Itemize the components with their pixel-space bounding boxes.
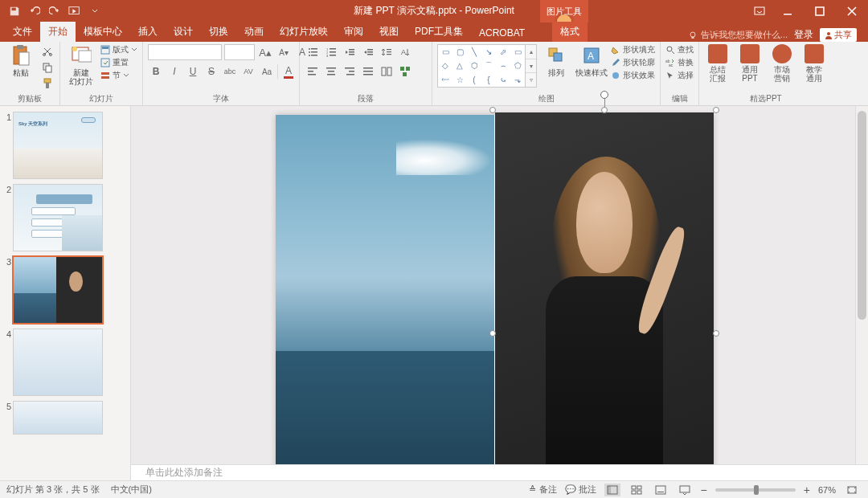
zoom-level[interactable]: 67% (818, 485, 836, 495)
align-left-icon[interactable] (305, 63, 321, 80)
font-name-input[interactable] (148, 44, 222, 60)
line-spacing-icon[interactable] (379, 44, 395, 60)
char-spacing-button[interactable]: AV (240, 63, 256, 80)
tab-slideshow[interactable]: 幻灯片放映 (272, 22, 336, 42)
shapes-gallery-more[interactable]: ▴▾▿ (526, 44, 537, 88)
zoom-out-button[interactable]: − (701, 484, 707, 496)
notes-toggle[interactable]: ≙ 备注 (529, 484, 556, 496)
tell-me-input[interactable]: 告诉我您想要做什么... (688, 29, 788, 41)
sorter-view-icon[interactable] (628, 484, 645, 496)
tab-insert[interactable]: 插入 (130, 22, 166, 42)
quick-styles-button[interactable]: A 快速样式 (575, 44, 608, 77)
ppt-marketing-button[interactable]: 市场 营销 (768, 44, 796, 83)
format-painter-icon[interactable] (40, 76, 55, 91)
align-right-icon[interactable] (342, 63, 358, 80)
thumb-preview[interactable] (14, 402, 102, 434)
shape-effects-button[interactable]: 形状效果 (611, 70, 655, 81)
reading-view-icon[interactable] (653, 484, 669, 496)
maximize-button[interactable] (804, 0, 836, 22)
resize-handle-ml[interactable] (489, 330, 496, 337)
tab-template[interactable]: 模板中心 (76, 22, 130, 42)
underline-button[interactable]: U (185, 63, 201, 80)
shapes-gallery[interactable]: ▭▢╲↘⬀▭ ◇△⬡⌒⌢⬠ ⬳☆({⤿⬎ (437, 44, 526, 88)
tab-pdftools[interactable]: PDF工具集 (407, 22, 471, 42)
arrange-button[interactable]: 排列 (540, 44, 572, 77)
sea-image[interactable] (276, 115, 494, 498)
ppt-general-button[interactable]: 通用 PPT (736, 44, 764, 83)
paste-button[interactable]: 粘贴 (5, 44, 37, 77)
zoom-slider[interactable] (715, 488, 796, 492)
undo-icon[interactable] (25, 2, 44, 21)
ppt-summary-button[interactable]: 总结 汇报 (704, 44, 731, 83)
justify-icon[interactable] (360, 63, 376, 80)
notes-pane[interactable]: 单击此处添加备注 (131, 464, 868, 480)
shape-outline-button[interactable]: 形状轮廓 (611, 57, 655, 68)
grow-font-icon[interactable]: A▴ (257, 44, 273, 60)
italic-button[interactable]: I (166, 63, 182, 80)
selected-picture[interactable] (493, 110, 716, 498)
bold-button[interactable]: B (148, 63, 164, 80)
thumb-preview[interactable] (14, 257, 102, 323)
copy-icon[interactable] (40, 60, 55, 75)
normal-view-icon[interactable] (604, 484, 620, 496)
shape-fill-button[interactable]: 形状填充 (611, 44, 655, 55)
portrait-image[interactable] (495, 112, 714, 498)
decrease-indent-icon[interactable] (342, 44, 358, 60)
language-indicator[interactable]: 中文(中国) (111, 484, 152, 496)
replace-button[interactable]: abac替换 (665, 57, 694, 68)
columns-icon[interactable] (379, 63, 395, 80)
find-button[interactable]: 查找 (665, 44, 694, 55)
ppt-teaching-button[interactable]: 教学 通用 (800, 44, 828, 83)
zoom-in-button[interactable]: + (804, 484, 810, 496)
cut-icon[interactable] (40, 44, 55, 59)
tab-design[interactable]: 设计 (166, 22, 201, 42)
tab-view[interactable]: 视图 (371, 22, 407, 42)
select-button[interactable]: 选择 (665, 70, 694, 81)
start-from-beginning-icon[interactable] (65, 2, 84, 21)
thumb-preview[interactable]: Sky 天空系列 (14, 112, 102, 178)
resize-handle-tr[interactable] (713, 107, 719, 113)
align-center-icon[interactable] (323, 63, 339, 80)
strike-button[interactable]: S (203, 63, 219, 80)
thumb-5[interactable]: 5 (0, 400, 130, 439)
tab-acrobat[interactable]: ACROBAT (471, 24, 533, 42)
close-button[interactable] (836, 0, 868, 22)
font-size-input[interactable] (224, 44, 255, 60)
shadow-button[interactable]: abc (222, 63, 238, 80)
rotate-handle[interactable] (600, 91, 608, 99)
thumb-preview[interactable] (14, 185, 102, 251)
smartart-icon[interactable] (397, 63, 413, 80)
font-color-button[interactable]: A (280, 63, 297, 80)
resize-handle-tm[interactable] (601, 107, 608, 113)
slide-editor[interactable] (131, 106, 868, 480)
slideshow-view-icon[interactable] (677, 484, 693, 496)
tab-home[interactable]: 开始 (40, 22, 76, 42)
minimize-button[interactable] (772, 0, 804, 22)
comments-toggle[interactable]: 💬 批注 (565, 484, 596, 496)
text-direction-icon[interactable]: A (397, 44, 413, 60)
layout-button[interactable]: 版式 (100, 44, 137, 55)
tab-review[interactable]: 审阅 (336, 22, 371, 42)
resize-handle-mr[interactable] (713, 330, 719, 337)
tab-animation[interactable]: 动画 (236, 22, 272, 42)
scrollbar-thumb[interactable] (858, 111, 866, 320)
save-icon[interactable] (5, 2, 24, 21)
numbering-icon[interactable]: 123 (323, 44, 339, 60)
vertical-scrollbar[interactable] (855, 106, 868, 480)
qat-customize-icon[interactable] (85, 2, 104, 21)
thumb-3[interactable]: 3 (0, 255, 130, 328)
share-button[interactable]: 共享 (820, 28, 857, 42)
fit-to-window-icon[interactable] (844, 484, 860, 496)
resize-handle-tl[interactable] (489, 107, 496, 113)
contextual-tab-picture-tools[interactable]: 图片工具 (540, 0, 588, 22)
tab-transition[interactable]: 切换 (201, 22, 236, 42)
thumb-1[interactable]: 1 Sky 天空系列 (0, 111, 130, 183)
new-slide-button[interactable]: 新建 幻灯片 (65, 44, 97, 86)
login-button[interactable]: 登录 (794, 28, 813, 42)
tab-file[interactable]: 文件 (5, 22, 40, 42)
reset-button[interactable]: 重置 (100, 57, 137, 68)
shrink-font-icon[interactable]: A▾ (276, 44, 292, 60)
redo-icon[interactable] (45, 2, 64, 21)
ribbon-options-icon[interactable] (747, 0, 772, 22)
increase-indent-icon[interactable] (360, 44, 376, 60)
